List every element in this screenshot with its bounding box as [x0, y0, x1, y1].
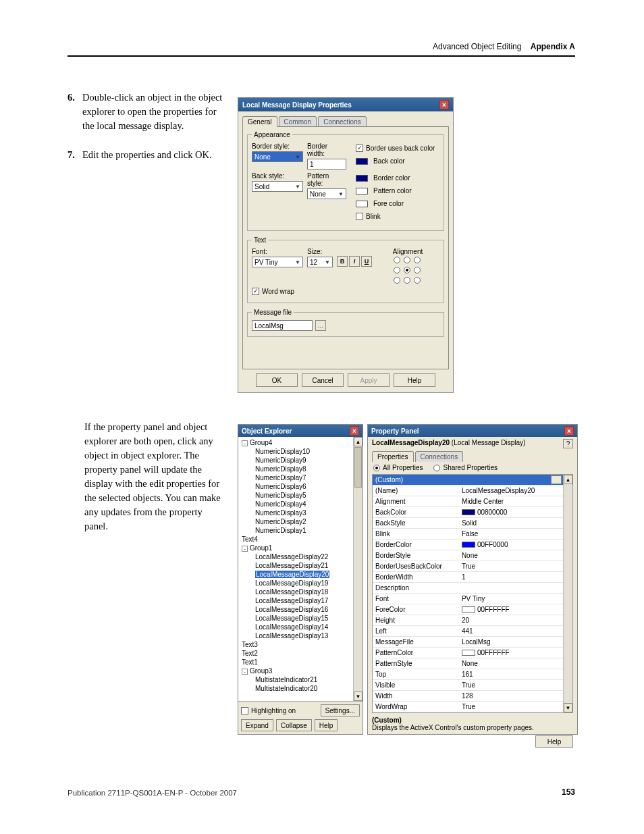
tree-node[interactable]: Text2 [240, 649, 351, 658]
close-icon[interactable]: × [439, 100, 449, 109]
tree-node[interactable]: Text4 [240, 535, 351, 544]
property-row[interactable]: Width128 [373, 691, 563, 702]
property-row[interactable]: BorderStyleNone [373, 550, 563, 561]
help-button[interactable]: Help [394, 373, 435, 387]
property-row[interactable]: PatternStyleNone [373, 658, 563, 669]
highlighting-checkbox[interactable] [241, 707, 248, 714]
pattern-color-swatch[interactable] [356, 188, 368, 194]
collapse-button[interactable]: Collapse [276, 719, 312, 731]
scroll-down-icon[interactable]: ▼ [564, 703, 572, 712]
property-row[interactable]: BorderWidth1 [373, 572, 563, 583]
tree-node[interactable]: NumericDisplay3 [240, 509, 351, 517]
property-row[interactable]: (Custom)… [373, 475, 563, 486]
dialog-titlebar[interactable]: Local Message Display Properties × [238, 98, 453, 111]
tree-node[interactable]: NumericDisplay5 [240, 491, 351, 500]
back-color-swatch[interactable] [356, 158, 368, 165]
property-row[interactable]: VisibleTrue [373, 680, 563, 691]
tree-node[interactable]: LocalMessageDisplay16 [240, 605, 351, 614]
tree-node[interactable]: LocalMessageDisplay19 [240, 579, 351, 588]
property-row[interactable]: Top161 [373, 669, 563, 680]
tree-node[interactable]: LocalMessageDisplay17 [240, 596, 351, 605]
close-icon[interactable]: × [564, 426, 574, 436]
settings-button[interactable]: Settings... [321, 704, 360, 716]
tree-node[interactable]: -Group3 [240, 667, 351, 675]
cancel-button[interactable]: Cancel [302, 373, 344, 387]
message-file-input[interactable]: LocalMsg [252, 320, 313, 331]
tree-node[interactable]: MultistateIndicator21 [240, 675, 351, 684]
blink-checkbox[interactable] [356, 213, 363, 220]
tree-node[interactable]: LocalMessageDisplay21 [240, 561, 351, 570]
help-button[interactable]: Help [535, 735, 573, 748]
scroll-up-icon[interactable]: ▲ [564, 475, 572, 484]
object-tree[interactable]: -Group4NumericDisplay10NumericDisplay9Nu… [238, 437, 353, 701]
property-row[interactable]: AlignmentMiddle Center [373, 496, 563, 507]
scroll-down-icon[interactable]: ▼ [354, 692, 363, 701]
property-grid[interactable]: (Custom)…(Name)LocalMessageDisplay20Alig… [372, 474, 573, 713]
tree-node[interactable]: LocalMessageDisplay14 [240, 623, 351, 631]
scroll-thumb[interactable] [354, 447, 362, 488]
word-wrap-checkbox[interactable]: ✓ [252, 288, 259, 295]
expand-button[interactable]: Expand [241, 719, 273, 731]
back-style-dropdown[interactable]: Solid▼ [252, 181, 303, 192]
border-width-input[interactable]: 1 [307, 159, 346, 170]
property-row[interactable]: BorderUsesBackColorTrue [373, 561, 563, 572]
underline-button[interactable]: U [361, 256, 372, 267]
tree-node[interactable]: LocalMessageDisplay20 [240, 570, 351, 579]
size-dropdown[interactable]: 12▼ [307, 257, 333, 267]
help-button[interactable]: Help [315, 719, 338, 731]
tab-properties[interactable]: Properties [372, 451, 414, 462]
object-explorer-titlebar[interactable]: Object Explorer × [238, 425, 363, 437]
property-row[interactable]: ForeColor00FFFFFF [373, 604, 563, 615]
font-dropdown[interactable]: PV Tiny▼ [252, 257, 303, 267]
alignment-grid[interactable] [394, 257, 422, 285]
tree-node[interactable]: NumericDisplay4 [240, 500, 351, 509]
border-style-dropdown[interactable]: None▼ [252, 151, 303, 162]
browse-button[interactable]: … [315, 320, 326, 331]
property-row[interactable]: BackStyleSolid [373, 518, 563, 529]
context-help-button[interactable]: ? [563, 439, 573, 448]
ok-button[interactable]: OK [256, 373, 298, 387]
tree-node[interactable]: NumericDisplay10 [240, 447, 351, 456]
tree-node[interactable]: NumericDisplay6 [240, 482, 351, 491]
tree-node[interactable]: NumericDisplay2 [240, 517, 351, 526]
apply-button[interactable]: Apply [348, 373, 390, 387]
tree-node[interactable]: NumericDisplay9 [240, 456, 351, 465]
tab-common[interactable]: Common [279, 116, 317, 127]
tab-general[interactable]: General [242, 116, 277, 127]
tree-node[interactable]: LocalMessageDisplay13 [240, 631, 351, 640]
property-row[interactable]: BlinkFalse [373, 529, 563, 540]
tree-node[interactable]: NumericDisplay8 [240, 465, 351, 473]
scrollbar[interactable]: ▲ ▼ [563, 475, 572, 712]
fore-color-swatch[interactable] [356, 201, 368, 207]
bold-button[interactable]: B [337, 256, 348, 267]
scroll-up-icon[interactable]: ▲ [354, 437, 363, 446]
property-row[interactable]: Left441 [373, 626, 563, 637]
border-uses-back-checkbox[interactable]: ✓ [356, 145, 363, 152]
property-row[interactable]: Height20 [373, 615, 563, 626]
all-properties-radio[interactable] [373, 465, 380, 471]
close-icon[interactable]: × [350, 426, 359, 436]
property-row[interactable]: MessageFileLocalMsg [373, 637, 563, 648]
shared-properties-radio[interactable] [433, 465, 440, 471]
tree-node[interactable]: LocalMessageDisplay15 [240, 614, 351, 623]
tree-node[interactable]: NumericDisplay1 [240, 526, 351, 535]
tree-node[interactable]: Text1 [240, 658, 351, 667]
tree-node[interactable]: -Group4 [240, 438, 351, 447]
tree-node[interactable]: LocalMessageDisplay18 [240, 588, 351, 596]
property-row[interactable]: BorderColor00FF0000 [373, 540, 563, 550]
property-row[interactable]: (Name)LocalMessageDisplay20 [373, 486, 563, 496]
tab-connections[interactable]: Connections [318, 116, 367, 127]
property-row[interactable]: PatternColor00FFFFFF [373, 648, 563, 658]
tree-node[interactable]: LocalMessageDisplay22 [240, 552, 351, 561]
pattern-style-dropdown[interactable]: None▼ [307, 188, 346, 199]
tree-node[interactable]: MultistateIndicator20 [240, 684, 351, 693]
property-row[interactable]: FontPV Tiny [373, 594, 563, 604]
property-row[interactable]: BackColor00800000 [373, 507, 563, 518]
property-panel-titlebar[interactable]: Property Panel × [368, 425, 577, 437]
tree-node[interactable]: NumericDisplay7 [240, 473, 351, 482]
tree-node[interactable]: Text3 [240, 640, 351, 649]
tab-connections[interactable]: Connections [415, 451, 464, 462]
italic-button[interactable]: I [349, 256, 360, 267]
border-color-swatch[interactable] [356, 175, 368, 182]
scrollbar[interactable]: ▲ ▼ [353, 437, 363, 701]
